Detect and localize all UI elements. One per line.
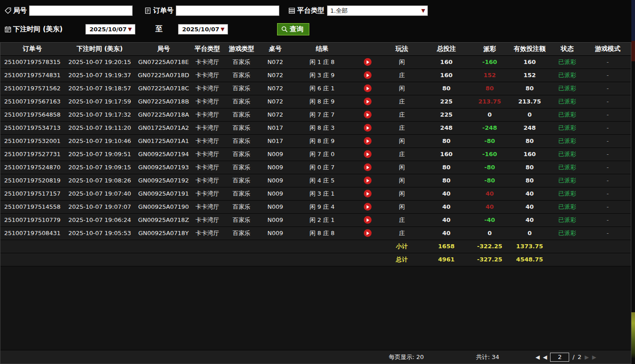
cell-result: 闲 8 庄 9 <box>290 95 354 108</box>
col-play: 玩法 <box>382 43 422 55</box>
play-video-button[interactable] <box>364 163 372 171</box>
cell-round-id: GN07225A0718D <box>135 69 192 82</box>
cell-total-bet: 80 <box>422 174 470 187</box>
play-video-button[interactable] <box>364 124 372 132</box>
play-video-button[interactable] <box>364 71 372 79</box>
cell-status: 已派彩 <box>550 55 584 69</box>
col-table-no: 桌号 <box>260 43 290 55</box>
next-page-button[interactable]: ▶ <box>585 354 589 360</box>
query-button[interactable]: 查询 <box>277 23 309 35</box>
prev-page-button[interactable]: ◀ <box>543 354 547 360</box>
play-video-button[interactable] <box>364 216 372 224</box>
cell-total-bet: 160 <box>422 55 470 69</box>
play-video-button[interactable] <box>364 98 372 105</box>
play-video-button[interactable] <box>364 177 372 184</box>
cell-order-id: 251007197574831 <box>0 69 64 82</box>
date-to-picker[interactable]: 2025/10/07 ▼ <box>178 24 228 34</box>
cell-table-no: N072 <box>260 82 290 95</box>
play-video-button[interactable] <box>364 190 372 197</box>
date-from-picker[interactable]: 2025/10/07 ▼ <box>85 24 135 34</box>
cell-game-type: 百家乐 <box>223 213 260 226</box>
cell-bet-time: 2025-10-07 19:05:53 <box>64 226 135 240</box>
cell-platform: 卡卡湾厅 <box>192 134 223 148</box>
cell-bet-time: 2025-10-07 19:11:20 <box>64 121 135 134</box>
chevron-down-icon: ▼ <box>127 26 133 32</box>
cell-play: 庄 <box>382 108 422 121</box>
cell-table-no: N017 <box>260 134 290 148</box>
play-icon <box>367 139 369 143</box>
cell-status: 已派彩 <box>550 148 584 161</box>
cell-round-id: GN07225A0718A <box>135 108 192 121</box>
cell-table-no: N009 <box>260 161 290 174</box>
cell-payout: -160 <box>470 55 509 69</box>
cell-table-no: N072 <box>260 108 290 121</box>
cell-status: 已派彩 <box>550 134 584 148</box>
server-stack-icon <box>288 7 296 15</box>
date-to-label: 至 <box>155 25 163 34</box>
cell-total-bet: 225 <box>422 108 470 121</box>
play-icon <box>367 113 369 117</box>
col-payout: 派彩 <box>470 43 509 55</box>
cell-payout: -80 <box>470 161 509 174</box>
cell-video <box>354 134 381 148</box>
results-panel: 订单号 下注时间 (美东) 局号 平台类型 游戏类型 桌号 结果 玩法 总投注 … <box>0 42 631 364</box>
cell-order-id: 251007197510779 <box>0 213 64 226</box>
cell-play: 庄 <box>382 226 422 240</box>
cell-round-id: GN07225A0718C <box>135 82 192 95</box>
cell-platform: 卡卡湾厅 <box>192 95 223 108</box>
cell-order-id: 251007197578315 <box>0 55 64 69</box>
cell-video <box>354 226 381 240</box>
total-pages-label: 2 <box>578 354 581 360</box>
order-number-label: 订单号 <box>153 6 174 15</box>
grand-total-payout: -327.25 <box>470 253 509 266</box>
cell-game-type: 百家乐 <box>223 148 260 161</box>
col-result: 结果 <box>290 43 354 55</box>
play-video-button[interactable] <box>364 58 372 66</box>
pager: ◀ ◀ / 2 ▶ ▶ <box>536 350 596 364</box>
cell-game-type: 百家乐 <box>223 174 260 187</box>
grand-total-valid-bet: 4548.75 <box>509 253 550 266</box>
col-bet-time: 下注时间 (美东) <box>64 43 135 55</box>
cell-bet-time: 2025-10-07 19:10:46 <box>64 134 135 148</box>
play-video-button[interactable] <box>364 150 372 158</box>
cell-status: 已派彩 <box>550 213 584 226</box>
cell-result: 闲 4 庄 5 <box>290 174 354 187</box>
play-video-button[interactable] <box>364 111 372 118</box>
cell-platform: 卡卡湾厅 <box>192 55 223 69</box>
play-video-button[interactable] <box>364 229 372 237</box>
last-page-button[interactable]: ▶ <box>592 354 596 360</box>
cell-mode: - <box>584 161 631 174</box>
cell-order-id: 251007197508431 <box>0 226 64 240</box>
play-video-button[interactable] <box>364 137 372 145</box>
cell-status: 已派彩 <box>550 108 584 121</box>
cell-payout: 80 <box>470 82 509 95</box>
cell-result: 闲 6 庄 1 <box>290 82 354 95</box>
first-page-button[interactable]: ◀ <box>536 354 540 360</box>
table-header-row: 订单号 下注时间 (美东) 局号 平台类型 游戏类型 桌号 结果 玩法 总投注 … <box>0 43 631 55</box>
current-page-input[interactable] <box>550 353 569 362</box>
cell-payout: 40 <box>470 200 509 213</box>
round-number-input[interactable] <box>29 5 133 16</box>
cell-game-type: 百家乐 <box>223 226 260 240</box>
cell-table-no: N072 <box>260 69 290 82</box>
cell-play: 闲 <box>382 134 422 148</box>
platform-type-select[interactable]: 1.全部 ▼ <box>327 5 428 16</box>
table-row: 2510071975248702025-10-07 19:09:15GN0092… <box>0 161 631 174</box>
cell-order-id: 251007197564858 <box>0 108 64 121</box>
play-video-button[interactable] <box>364 203 372 211</box>
cell-mode: - <box>584 213 631 226</box>
play-icon <box>367 126 369 130</box>
play-video-button[interactable] <box>364 84 372 92</box>
cell-total-bet: 248 <box>422 121 470 134</box>
table-row: 2510071975320012025-10-07 19:10:46GN0172… <box>0 134 631 148</box>
order-number-input[interactable] <box>176 5 279 16</box>
cell-video <box>354 82 381 95</box>
cell-bet-time: 2025-10-07 19:17:32 <box>64 108 135 121</box>
cell-play: 庄 <box>382 69 422 82</box>
cell-play: 闲 <box>382 82 422 95</box>
cell-platform: 卡卡湾厅 <box>192 187 223 200</box>
cell-valid-bet: 80 <box>509 161 550 174</box>
col-status: 状态 <box>550 43 584 55</box>
cell-mode: - <box>584 55 631 69</box>
cell-video <box>354 174 381 187</box>
